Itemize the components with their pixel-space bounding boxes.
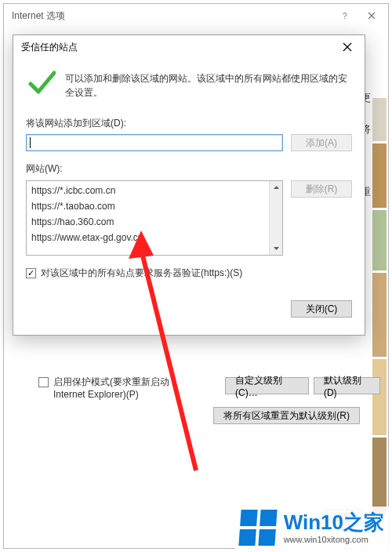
add-button[interactable]: 添加(A) — [291, 134, 352, 151]
sites-label: 网站(W): — [26, 162, 352, 176]
sites-list-items: https://*.icbc.com.cn https://*.taobao.c… — [27, 181, 269, 255]
parent-titlebar: Internet 选项 ? — [4, 4, 388, 27]
dialog-info-text: 可以添加和删除该区域的网站。该区域中的所有网站都使用区域的安全设置。 — [65, 68, 350, 100]
remove-button[interactable]: 删除(R) — [291, 180, 352, 198]
add-site-input[interactable] — [26, 134, 283, 151]
trusted-sites-dialog: 受信任的站点 可以添加和删除该区域的网站。该区域中的所有网站都使用区域的安全设置… — [13, 34, 365, 336]
verify-https-row: 对该区域中的所有站点要求服务器验证(https:)(S) — [26, 267, 352, 280]
scroll-up-icon[interactable] — [270, 181, 282, 194]
protected-mode-label: 启用保护模式(要求重新启动 Internet Explorer)(P) — [53, 376, 187, 401]
list-item[interactable]: https://hao.360.com — [31, 214, 264, 230]
windows-logo-icon — [238, 510, 277, 546]
dialog-info-row: 可以添加和删除该区域的网站。该区域中的所有网站都使用区域的安全设置。 — [26, 64, 352, 114]
close-icon[interactable] — [358, 5, 385, 27]
checkmark-icon — [27, 68, 56, 96]
protected-mode-row: 启用保护模式(要求重新启动 Internet Explorer)(P) — [38, 376, 203, 401]
parent-title: Internet 选项 — [12, 9, 332, 23]
verify-https-checkbox[interactable] — [26, 268, 36, 278]
reset-zones-button[interactable]: 将所有区域重置为默认级别(R) — [213, 407, 360, 424]
add-site-label: 将该网站添加到区域(D): — [26, 117, 352, 130]
list-item[interactable]: https://www.etax-gd.gov.cn — [31, 230, 264, 245]
watermark: Win10之家 www.win10xitong.com — [235, 507, 389, 549]
watermark-sub: www.win10xitong.com — [284, 536, 384, 544]
svg-text:?: ? — [343, 12, 347, 20]
listbox-scrollbar[interactable] — [269, 181, 282, 255]
watermark-main: Win10之家 — [284, 512, 384, 532]
dialog-footer: 关闭(C) — [26, 300, 352, 318]
level-buttons-row: 自定义级别(C)… 默认级别(D) — [225, 377, 380, 394]
default-level-button[interactable]: 默认级别(D) — [314, 377, 380, 394]
sites-list-row: https://*.icbc.com.cn https://*.taobao.c… — [26, 180, 352, 256]
reset-zones-row: 将所有区域重置为默认级别(R) — [213, 407, 360, 424]
sites-listbox[interactable]: https://*.icbc.com.cn https://*.taobao.c… — [26, 180, 283, 256]
add-site-row: 添加(A) — [26, 134, 352, 151]
parent-window-controls: ? — [332, 5, 385, 27]
text-caret-icon — [30, 137, 31, 148]
dialog-title: 受信任的站点 — [21, 41, 333, 54]
help-icon[interactable]: ? — [332, 5, 358, 27]
list-item[interactable]: https://*.icbc.com.cn — [31, 183, 264, 198]
close-icon[interactable] — [333, 37, 361, 57]
close-button[interactable]: 关闭(C) — [291, 300, 352, 318]
dialog-titlebar: 受信任的站点 — [13, 35, 365, 59]
custom-level-button[interactable]: 自定义级别(C)… — [225, 377, 309, 394]
dialog-body: 可以添加和删除该区域的网站。该区域中的所有网站都使用区域的安全设置。 将该网站添… — [13, 59, 365, 325]
protected-mode-checkbox[interactable] — [38, 377, 49, 387]
verify-https-label: 对该区域中的所有站点要求服务器验证(https:)(S) — [41, 267, 242, 280]
list-item[interactable]: https://*.taobao.com — [31, 198, 264, 214]
scroll-down-icon[interactable] — [270, 242, 282, 255]
watermark-text: Win10之家 www.win10xitong.com — [284, 512, 384, 544]
